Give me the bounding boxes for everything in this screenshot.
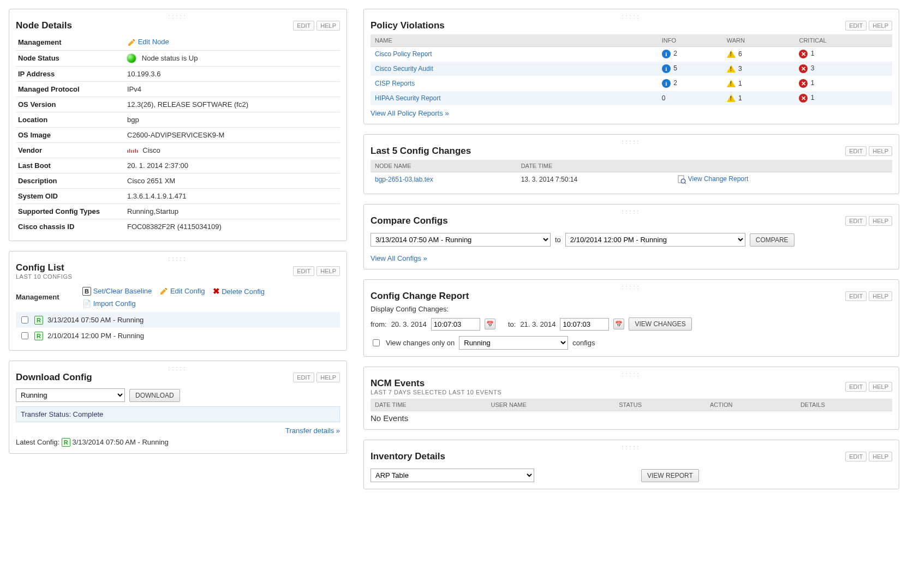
help-button[interactable]: HELP [316,266,340,276]
running-config-icon: R [62,438,70,447]
value: C2600-ADVIPSERVICESK9-M [125,128,340,143]
col-details: DETAILS [796,399,892,411]
config-type-select[interactable]: Running [16,388,125,402]
drag-handle[interactable]: ::::: [371,373,892,377]
inventory-details-panel: ::::: Inventory Details EDITHELP ARP Tab… [363,440,899,489]
running-config-icon: R [34,332,43,340]
label: Description [16,173,125,189]
panel-title: Config List [16,262,293,273]
config-item-checkbox[interactable] [21,316,28,323]
help-button[interactable]: HELP [869,21,892,31]
col-info: INFO [658,34,722,47]
download-button[interactable]: DOWNLOAD [129,389,180,402]
import-config-link[interactable]: 📄 Import Config [82,299,136,308]
to-time-input[interactable] [560,318,609,331]
config-item-label: 3/13/2014 07:50 AM - Running [47,316,144,324]
only-on-checkbox[interactable] [373,339,380,346]
label: Cisco chassis ID [16,219,125,235]
delete-config-link[interactable]: ✖ Delete Config [213,286,265,296]
col-action: ACTION [706,399,796,411]
help-button[interactable]: HELP [316,373,340,382]
calendar-icon[interactable]: 📅 [613,319,624,329]
only-on-label: View changes only on [386,339,455,347]
node-link[interactable]: bgp-2651-03.lab.tex [375,176,433,183]
edit-button[interactable]: EDIT [845,146,867,156]
baseline-icon: B [82,287,91,296]
label: Management [16,34,125,50]
edit-button[interactable]: EDIT [845,291,867,301]
critical-icon: ✕ [799,94,808,103]
drag-handle[interactable]: ::::: [371,446,892,450]
report-icon [677,175,686,184]
compare-button[interactable]: COMPARE [750,233,794,247]
help-button[interactable]: HELP [869,452,892,461]
edit-button[interactable]: EDIT [293,373,314,382]
col-crit: CRITICAL [794,34,892,47]
warning-icon [727,50,736,58]
from-time-input[interactable] [431,318,480,331]
compare-to-select[interactable]: 2/10/2014 12:00 PM - Running [565,233,745,247]
drag-handle[interactable]: ::::: [16,367,340,371]
edit-button[interactable]: EDIT [293,266,314,276]
view-all-policy-link[interactable]: View All Policy Reports » [371,109,449,117]
only-on-suffix: configs [572,339,595,347]
label: Supported Config Types [16,204,125,219]
label: Managed Protocol [16,82,125,97]
label: System OID [16,189,125,204]
edit-button[interactable]: EDIT [845,21,867,31]
compare-from-select[interactable]: 3/13/2014 07:50 AM - Running [371,233,551,247]
config-item[interactable]: R 2/10/2014 12:00 PM - Running [16,328,340,344]
col-user: USER NAME [486,399,614,411]
critical-icon: ✕ [799,64,808,73]
help-button[interactable]: HELP [316,21,340,31]
drag-handle[interactable]: ::::: [16,257,340,261]
table-row[interactable]: Cisco Security Audit i 5 3 ✕ 3 [371,62,892,76]
only-on-select[interactable]: Running [459,336,568,350]
edit-button[interactable]: EDIT [845,216,867,226]
panel-title: NCM Events [371,378,845,389]
label: Last Boot [16,158,125,173]
table-row[interactable]: HIPAA Security Report 0 1 ✕ 1 [371,91,892,106]
view-report-button[interactable]: VIEW REPORT [641,469,699,482]
col-node: NODE NAME [371,160,517,172]
to-label: to: [508,320,516,328]
edit-button[interactable]: EDIT [845,452,867,461]
view-change-report-link[interactable]: View Change Report [688,175,749,183]
warning-icon [727,80,736,87]
drag-handle[interactable]: ::::: [371,285,892,290]
help-button[interactable]: HELP [869,291,892,301]
inventory-select[interactable]: ARP Table [371,469,534,482]
table-row[interactable]: Cisco Policy Report i 2 6 ✕ 1 [371,47,892,62]
to-label: to [555,236,561,244]
drag-handle[interactable]: ::::: [16,15,340,19]
view-all-configs-link[interactable]: View All Configs » [371,254,427,262]
config-item[interactable]: R 3/13/2014 07:50 AM - Running [16,312,340,328]
value: 1.3.6.1.4.1.9.1.471 [125,189,340,204]
edit-config-link[interactable]: Edit Config [159,287,205,296]
set-baseline-link[interactable]: B Set/Clear Baseline [82,287,152,296]
edit-button[interactable]: EDIT [845,382,867,392]
delete-icon: ✖ [213,286,220,296]
warning-icon [727,94,736,102]
info-icon: i [662,79,671,88]
table-row[interactable]: CISP Reports i 2 1 ✕ 1 [371,76,892,91]
help-button[interactable]: HELP [869,146,892,156]
no-events-text: No Events [371,413,892,423]
panel-title: Compare Configs [371,215,845,226]
edit-node-link[interactable]: Edit Node [138,38,169,46]
label: Location [16,112,125,128]
calendar-icon[interactable]: 📅 [485,319,495,329]
drag-handle[interactable]: ::::: [371,210,892,214]
drag-handle[interactable]: ::::: [371,15,892,19]
value: Cisco 2651 XM [125,173,340,189]
edit-button[interactable]: EDIT [293,21,314,31]
help-button[interactable]: HELP [869,382,892,392]
help-button[interactable]: HELP [869,216,892,226]
col-dt: DATE TIME [517,160,673,172]
transfer-details-link[interactable]: Transfer details » [285,427,340,435]
drag-handle[interactable]: ::::: [371,140,892,145]
policy-violations-panel: ::::: Policy Violations EDITHELP NAME IN… [363,9,899,124]
label: IP Address [16,67,125,82]
config-item-checkbox[interactable] [21,332,28,339]
view-changes-button[interactable]: VIEW CHANGES [629,317,691,331]
